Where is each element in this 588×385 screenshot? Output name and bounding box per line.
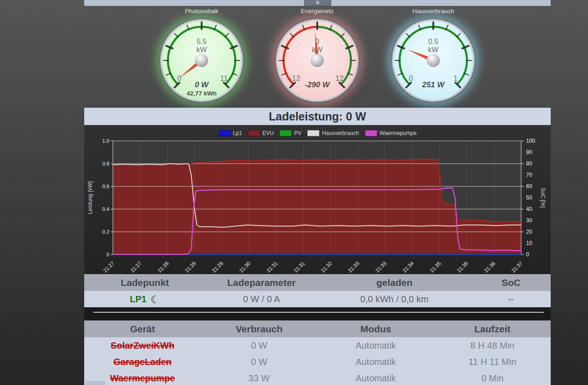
svg-text:21:33: 21:33 [375, 260, 388, 273]
gauge-label-hausverbrauch: Hausverbrauch [383, 8, 483, 15]
svg-text:21:33: 21:33 [347, 260, 360, 273]
svg-text:0.5: 0.5 [428, 38, 438, 45]
main-content: Photovoltaik Energienetz Hausverbrauch 5… [84, 0, 551, 385]
table-row-lp1: LP1 ☾ 0 W / 0 A 0,0 kWh / 0,0 km -- [84, 291, 551, 307]
charging-power-header: Ladeleistung: 0 W [84, 108, 551, 125]
svg-text:Leistung [kW]: Leistung [kW] [87, 181, 93, 215]
svg-text:20: 20 [526, 229, 532, 235]
lp1-label: LP1 [130, 294, 147, 304]
svg-text:21:28: 21:28 [157, 260, 170, 273]
svg-text:0: 0 [526, 251, 529, 258]
top-bar [84, 0, 551, 6]
header-laufzeit: Laufzeit [434, 320, 551, 337]
legend-item-pv: PV [279, 130, 301, 136]
legend-label: PV [294, 130, 301, 136]
svg-text:11: 11 [220, 75, 228, 82]
ladepunkt-table-header: Ladepunkt Ladeparameter geladen SoC [84, 274, 551, 291]
svg-text:21:36: 21:36 [483, 260, 497, 273]
lp1-charged-cell: 0,0 kWh / 0,0 km [318, 291, 471, 307]
svg-text:-12: -12 [289, 75, 300, 82]
svg-text:1.0: 1.0 [102, 138, 109, 144]
lp1-soc-cell: -- [471, 291, 551, 307]
svg-text:0.2: 0.2 [102, 229, 109, 235]
device-verbrauch: 0 W [201, 337, 317, 354]
lp1-params-cell: 0 W / 0 A [206, 291, 318, 307]
device-name[interactable]: SolarZweiKWh [111, 340, 174, 350]
svg-text:21:37: 21:37 [511, 260, 524, 273]
legend-item-hausverbrauch: Hausverbrauch [307, 130, 359, 136]
header-geraet: Gerät [84, 320, 201, 337]
gauge-label-energienetz: Energienetz [267, 8, 367, 15]
energienetz-gauge: 0 kW -12 12 -290 W [275, 18, 360, 103]
chevron-up-icon [316, 1, 319, 4]
power-soc-chart: 00.20.40.60.81.021:2721:2721:2821:2921:2… [84, 125, 551, 273]
svg-text:0.6: 0.6 [102, 184, 109, 189]
bottom-partial-button[interactable] [85, 381, 106, 385]
legend-label: EVU [263, 130, 274, 136]
svg-text:50: 50 [526, 195, 532, 201]
table-row-waermepumpe: Waermepumpe 33 W Automatik 0 Min [84, 370, 551, 385]
svg-text:21:29: 21:29 [184, 260, 197, 273]
svg-text:90: 90 [526, 149, 532, 155]
device-table: Gerät Verbrauch Modus Laufzeit SolarZwei… [84, 320, 551, 385]
moon-icon: ☾ [151, 294, 160, 305]
header-modus: Modus [318, 320, 434, 337]
header-geladen: geladen [318, 274, 471, 291]
svg-text:21:30: 21:30 [238, 260, 252, 273]
header-soc: SoC [471, 274, 551, 291]
svg-text:70: 70 [526, 172, 532, 178]
legend-label: Waermepumpe [380, 130, 417, 136]
device-name[interactable]: GarageLaden [113, 357, 172, 367]
svg-text:0 W: 0 W [195, 80, 209, 89]
svg-text:0.4: 0.4 [102, 206, 109, 212]
device-table-header: Gerät Verbrauch Modus Laufzeit [84, 320, 551, 337]
device-laufzeit: 0 Min [434, 370, 551, 385]
legend-item-lp1: Lp1 [218, 130, 242, 136]
device-modus: Automatik [318, 370, 434, 385]
table-row-garageladen: GarageLaden 0 W Automatik 11 H 11 Min [84, 354, 551, 370]
legend-label: Lp1 [233, 130, 242, 136]
svg-text:12: 12 [335, 75, 344, 82]
svg-text:21:35: 21:35 [429, 260, 442, 273]
device-laufzeit: 11 H 11 Min [434, 354, 551, 370]
device-modus: Automatik [318, 337, 434, 354]
legend-swatch [307, 130, 319, 136]
svg-text:21:35: 21:35 [456, 260, 469, 273]
chart-panel: Lp1EVUPVHausverbrauchWaermepumpe 00.20.4… [84, 125, 551, 273]
charging-power-title: Ladeleistung: 0 W [269, 110, 366, 123]
device-laufzeit: 8 H 48 Min [434, 337, 551, 354]
svg-text:10: 10 [526, 240, 532, 246]
header-ladepunkt: Ladepunkt [84, 274, 206, 291]
legend-swatch [248, 130, 260, 136]
svg-text:5.5: 5.5 [197, 38, 207, 45]
device-verbrauch: 0 W [201, 354, 317, 370]
device-verbrauch: 33 W [201, 370, 317, 385]
lp1-name-cell: LP1 ☾ [84, 291, 206, 307]
svg-text:0.8: 0.8 [102, 161, 109, 166]
photovoltaik-gauge: 5.5 kW 0 11 0 W 42,77 kWh [159, 18, 244, 103]
svg-text:21:32: 21:32 [320, 260, 333, 273]
svg-text:21:34: 21:34 [401, 260, 415, 273]
svg-text:1: 1 [454, 75, 458, 82]
topbar-toggle-button[interactable] [304, 0, 331, 6]
svg-text:kW: kW [428, 46, 439, 54]
device-modus: Automatik [318, 354, 434, 370]
openwb-dashboard: Photovoltaik Energienetz Hausverbrauch 5… [0, 0, 588, 385]
device-name[interactable]: Waermepumpe [110, 373, 175, 383]
svg-text:21:29: 21:29 [211, 260, 224, 273]
hausverbrauch-gauge: 0.5 kW 0 1 251 W [391, 18, 476, 103]
ladepunkt-table: Ladepunkt Ladeparameter geladen SoC LP1 … [84, 274, 551, 307]
chart-legend: Lp1EVUPVHausverbrauchWaermepumpe [84, 130, 551, 136]
legend-swatch [279, 130, 292, 136]
svg-text:-290 W: -290 W [305, 80, 331, 89]
legend-label: Hausverbrauch [322, 130, 359, 136]
svg-text:40: 40 [526, 206, 532, 212]
svg-text:100: 100 [526, 138, 535, 144]
legend-item-waermepumpe: Waermepumpe [365, 130, 417, 136]
svg-text:21:27: 21:27 [129, 260, 142, 273]
svg-text:0: 0 [106, 252, 109, 257]
svg-text:42,77 kWh: 42,77 kWh [187, 90, 217, 97]
svg-text:SoC [%]: SoC [%] [540, 188, 546, 208]
svg-text:21:31: 21:31 [265, 260, 279, 273]
svg-text:kW: kW [196, 46, 207, 54]
